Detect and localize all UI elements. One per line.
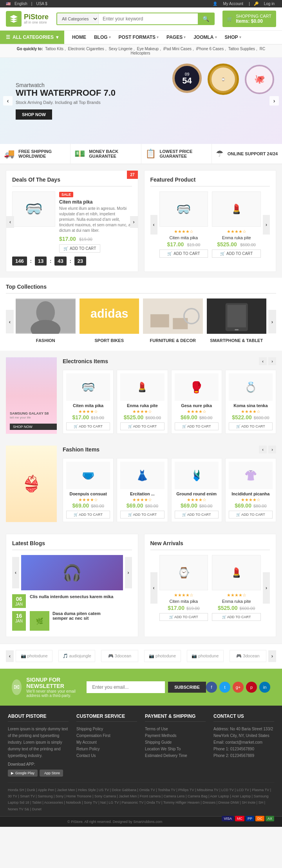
footer-link-shipping[interactable]: Shipping Policy — [76, 726, 137, 732]
partner-3[interactable]: 🎮 3docean — [101, 650, 138, 662]
footer-link-shipping-guide[interactable]: Shipping Guide — [145, 739, 206, 746]
electronics-product-2-cart-button[interactable]: 🛒 ADD TO CART — [120, 422, 164, 430]
electronics-prev-button[interactable]: ‹ — [259, 357, 267, 365]
arrivals-prev-button[interactable]: ‹ — [150, 572, 157, 604]
fashion-product-1-cart-button[interactable]: 🛒 ADD TO CART — [66, 511, 110, 519]
fashion-product-2-image: 👗 — [120, 462, 164, 489]
hero-title: WITH WATERPROOF 7.0 — [16, 88, 116, 98]
language-select[interactable]: English — [14, 2, 27, 6]
search-input[interactable] — [99, 14, 198, 24]
fashion-next-button[interactable]: › — [268, 446, 276, 453]
feature-price-title: LOWEST PRICE GUARANTEE — [160, 149, 208, 158]
quicklink-iphone[interactable]: iPhone 6 Cases — [196, 47, 224, 51]
newsletter-subscribe-button[interactable]: SUBSCRIBE — [168, 682, 206, 693]
hero-prev-button[interactable]: ‹ — [3, 96, 13, 106]
nav-pages[interactable]: PAGES ▾ — [163, 31, 190, 44]
pinterest-button[interactable]: p — [246, 682, 257, 693]
hero-next-button[interactable]: › — [269, 96, 279, 106]
footer-link-return[interactable]: Return Policy — [76, 746, 137, 752]
hero-shop-now-button[interactable]: SHOP NOW — [16, 109, 52, 120]
cart-area[interactable]: 🛒 SHOPPING CART Items: $0.00 — [222, 11, 276, 27]
headphones-icon: 🎧 — [62, 564, 82, 582]
fashion-product-4-cart-button[interactable]: 🛒 ADD TO CART — [229, 511, 273, 519]
footer-link-delivery[interactable]: Estimated Delivery Time — [145, 752, 206, 759]
my-account-link[interactable]: My Account — [223, 2, 243, 6]
partners-next-button[interactable]: › — [268, 650, 276, 662]
partners-prev-button[interactable]: ‹ — [6, 650, 14, 662]
footer-link-compensation[interactable]: Compensation First — [76, 732, 137, 739]
quicklink-tattoo-supplies[interactable]: Tattoo Supplies — [228, 47, 255, 51]
partner-2[interactable]: 🎵 audiojungle — [58, 650, 95, 662]
cart-button[interactable]: 🛒 SHOPPING CART Items: $0.00 — [222, 11, 276, 27]
collection-sport[interactable]: adidas SPORT BIKES — [80, 298, 139, 345]
search-category-select[interactable]: All Categories — [57, 14, 99, 24]
electronics-next-button[interactable]: › — [268, 357, 276, 365]
electronics-product-3-image: 🥊 — [175, 373, 219, 401]
electronics-product-3-cart-button[interactable]: 🛒 ADD TO CART — [175, 422, 219, 430]
quicklink-lingerie[interactable]: Sexy Lingerie — [108, 47, 132, 51]
deals-next-button[interactable]: › — [130, 216, 138, 228]
partner-1[interactable]: 📷 photodune — [16, 650, 52, 662]
partner-6[interactable]: 🎮 3docean — [230, 650, 266, 662]
electronics-shop-now-button[interactable]: SHOP NOW — [10, 424, 57, 430]
partner-4[interactable]: 📷 photodune — [144, 650, 181, 662]
collection-furniture[interactable]: FURNITURE & DECOR — [143, 298, 203, 345]
collection-sport-label: SPORT BIKES — [80, 336, 139, 345]
facebook-button[interactable]: f — [206, 682, 217, 693]
featured-product-1-cart-button[interactable]: 🛒 ADD TO CART — [159, 249, 208, 258]
fashion-product-1: 🩲 Doenpuis consuat ★★★★☆ $69.00$80.00 🛒 … — [63, 458, 114, 522]
all-categories-button[interactable]: ☰ ALL CATEGORIES ▾ — [0, 31, 64, 44]
electronics-product-1-cart-button[interactable]: 🛒 ADD TO CART — [66, 422, 110, 430]
arrivals-next-button[interactable]: › — [263, 572, 270, 604]
deals-prev-button[interactable]: ‹ — [6, 216, 14, 228]
arrivals-product-1-cart-button[interactable]: 🛒 ADD TO CART — [159, 613, 208, 621]
blog-next-button[interactable]: › — [125, 557, 132, 588]
quicklink-ecigs[interactable]: Electronic Cigarettes — [68, 47, 104, 51]
nav-home[interactable]: HOME — [68, 31, 90, 44]
footer-link-terms[interactable]: Terms of Use — [145, 726, 206, 732]
search-button[interactable]: 🔍 — [198, 13, 214, 24]
partner-5[interactable]: 📷 photodune — [187, 650, 224, 662]
arrivals-product-2-name: Enma ruka pite — [212, 599, 261, 604]
twitter-button[interactable]: t — [219, 682, 230, 693]
fashion-product-2-cart-button[interactable]: 🛒 ADD TO CART — [120, 511, 164, 519]
logo[interactable]: PiStore all in one store — [6, 11, 49, 27]
newsletter-email-input[interactable] — [87, 681, 165, 693]
featured-prev-button[interactable]: ‹ — [150, 215, 157, 235]
fashion-prev-button[interactable]: ‹ — [259, 446, 267, 453]
footer-link-payment-methods[interactable]: Payment Methods — [145, 732, 206, 739]
linkedin-button[interactable]: in — [259, 682, 270, 693]
blog-prev-button[interactable]: ‹ — [12, 557, 19, 588]
deal-add-to-cart-button[interactable]: 🛒 ADD TO CART — [59, 244, 100, 253]
arrivals-product-2-cart-button[interactable]: 🛒 ADD TO CART — [212, 613, 261, 621]
featured-product-1: 🥽 ★★★★☆ Citen mita pika $17.00 $19.00 🛒 … — [159, 191, 208, 258]
app-store-button[interactable]: App Store — [40, 770, 63, 777]
electronics-section-header: Electronics Items ‹ › — [63, 357, 276, 365]
nav-blog[interactable]: BLOG ▾ — [90, 31, 115, 44]
collection-smartphone[interactable]: SMARTPHONE & TABLET — [207, 298, 267, 345]
fashion-product-3-cart-button[interactable]: 🛒 ADD TO CART — [175, 511, 219, 519]
electronics-product-2: 💄 Enma ruka pite ★★★★☆ $525.00$600.00 🛒 … — [117, 370, 168, 434]
logo-name: PiStore — [24, 13, 49, 20]
footer-link-contact[interactable]: Contact Us — [76, 752, 137, 759]
nav-joomla[interactable]: JOOMLA ▾ — [190, 31, 221, 44]
footer-link-ship-to[interactable]: Location We Ship To — [145, 746, 206, 752]
footer-link-account[interactable]: My Account — [76, 739, 137, 746]
collection-fashion-image — [16, 298, 76, 334]
googleplus-button[interactable]: g+ — [233, 682, 244, 693]
nav-post-formats[interactable]: POST FORMATS ▾ — [115, 31, 163, 44]
collections-prev-button[interactable]: ‹ — [6, 310, 14, 333]
login-link[interactable]: Log in — [264, 2, 275, 6]
featured-product-2-cart-button[interactable]: 🛒 ADD TO CART — [212, 249, 261, 258]
nav-shop[interactable]: SHOP ▾ — [221, 31, 245, 44]
collections-next-button[interactable]: › — [268, 310, 276, 333]
google-play-button[interactable]: ▶ Google Play — [8, 770, 38, 777]
electronics-product-4-cart-button[interactable]: 🛒 ADD TO CART — [229, 422, 273, 430]
quicklink-tattoo-kits[interactable]: Tattoo Kits — [45, 47, 63, 51]
region-select[interactable]: USA $ — [36, 2, 47, 6]
collection-fashion[interactable]: FASHION — [16, 298, 76, 345]
quicklink-ipad[interactable]: iPad Mini Cases — [163, 47, 192, 51]
quicklink-makeup[interactable]: Eye Makeup — [137, 47, 159, 51]
featured-next-button[interactable]: › — [263, 215, 270, 235]
features-strip: 🚚 FREE SHIPPING WORLDWIDE 💵 MONEY BACK G… — [0, 144, 282, 164]
